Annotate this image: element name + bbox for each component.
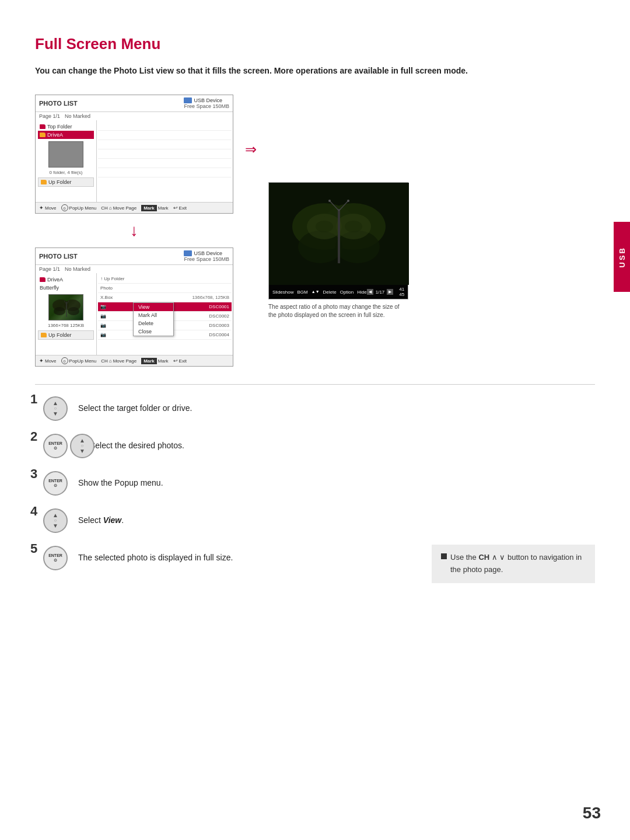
row-xbox: X.Box 1366x768, 125KB — [98, 293, 232, 302]
marked-top: No Marked — [65, 113, 90, 119]
bgm-btn[interactable]: BGM — [297, 290, 307, 295]
up-folder-icon-mid — [41, 333, 47, 337]
row-1 — [98, 121, 232, 131]
svg-point-2 — [54, 307, 65, 315]
page-num-mid: Page 1/1 — [39, 266, 60, 272]
left-panel-top: Top Folder DriveA 0 folder, 4 file(s) Up… — [36, 120, 97, 202]
svg-point-14 — [316, 221, 333, 232]
step-2-badge: 2 ENTER⊙ ▲ ○ ▼ — [35, 434, 82, 458]
dsc0002-file: DSC0002 — [209, 313, 229, 319]
usb-tab: USB — [614, 222, 630, 292]
usb-device-mid: USB Device Free Space 150MB — [184, 250, 229, 262]
row-2 — [98, 131, 232, 140]
dsc0004-file: DSC0004 — [209, 332, 229, 337]
full-photo-section: Slideshow BGM ▲▼ Delete Option Hide ◀ 1/… — [268, 182, 408, 319]
counter-value: 1/17 — [376, 290, 385, 295]
note-square-icon — [441, 553, 447, 559]
full-photo-box: Slideshow BGM ▲▼ Delete Option Hide ◀ 1/… — [268, 182, 408, 299]
row-6 — [98, 168, 232, 177]
up-folder-icon — [41, 180, 47, 184]
steps-section: 1 ▲ ○ ▼ Select the target folder or driv… — [35, 396, 595, 583]
row-photo: Photo — [98, 284, 232, 293]
row-up-folder: ↑ Up Folder — [98, 274, 232, 284]
control-bar-mid: ✦ Move ⊙ PopUp Menu CH ⌂ Move Page Mark — [36, 355, 233, 366]
xbox-file: X.Box — [100, 295, 113, 300]
usb-tab-label: USB — [618, 246, 626, 267]
butterfly-item: Butterfly — [38, 284, 94, 292]
drive-a-item-top: DriveA — [38, 131, 94, 139]
ctrl-popup-label: PopUp Menu — [69, 205, 97, 211]
photo-list-mid-title: PHOTO LIST — [39, 253, 78, 260]
step-4-text: Select View. — [78, 508, 124, 527]
photo-list-top-title: PHOTO LIST — [39, 100, 78, 107]
row-3 — [98, 140, 232, 149]
up-folder-top: Up Folder — [38, 177, 94, 187]
step-5-enter-btn: ENTER⊙ — [43, 546, 68, 570]
row-dsc0001: 📷 DSC0001 View Mark All Delete Close — [98, 302, 232, 312]
butterfly-label: Butterfly — [40, 285, 59, 291]
delete-btn[interactable]: Delete — [323, 290, 337, 295]
page-num-top: Page 1/1 — [39, 113, 60, 119]
down-arrow: ↓ — [35, 222, 233, 239]
popup-view: View — [134, 303, 173, 311]
usb-device-label-mid: USB Device — [194, 250, 222, 256]
step-4-num: 4 — [30, 504, 37, 519]
diagrams-section: PHOTO LIST USB Device Free Space 150MB P… — [35, 95, 595, 367]
h-divider — [35, 384, 595, 385]
folder-icon-mid — [40, 277, 46, 282]
ctrl-move-top: ✦ Move — [39, 205, 57, 211]
photo-controls-bar: Slideshow BGM ▲▼ Delete Option Hide ◀ 1/… — [269, 285, 408, 299]
drive-a-icon-top — [40, 133, 46, 137]
photo-list-top-body: Top Folder DriveA 0 folder, 4 file(s) Up… — [36, 120, 233, 202]
step-2-num: 2 — [30, 429, 37, 444]
ctrl-popup-icon: ⊙ — [61, 204, 68, 211]
top-folder-item: Top Folder — [38, 123, 94, 131]
top-folder-label: Top Folder — [47, 124, 72, 130]
ctrl-exit-label: Exit — [179, 205, 187, 211]
svg-point-20 — [347, 200, 349, 202]
left-diagrams: PHOTO LIST USB Device Free Space 150MB P… — [35, 95, 233, 367]
up-folder-label-mid: Up Folder — [48, 332, 72, 338]
ctrl-popup-top: ⊙ PopUp Menu — [61, 204, 97, 211]
ctrl-popup-mid: ⊙ PopUp Menu — [61, 357, 97, 364]
up-folder-label: Up Folder — [48, 179, 72, 185]
step-1-text: Select the target folder or drive. — [78, 396, 192, 414]
step-5: 5 ENTER⊙ The selected photo is displayed… — [35, 546, 408, 570]
popup-delete: Delete — [134, 319, 173, 327]
free-space-mid: Free Space 150MB — [184, 256, 229, 262]
step-3-num: 3 — [30, 466, 37, 482]
svg-point-15 — [345, 221, 362, 232]
page-info-mid: Page 1/1 No Marked — [36, 265, 233, 273]
step-3-text: Show the Popup menu. — [78, 471, 163, 489]
option-btn[interactable]: Option — [340, 290, 354, 295]
note-text: Use the CH ∧ ∨ button to navigation in t… — [450, 552, 586, 576]
enter-label-2: ENTER⊙ — [48, 441, 62, 451]
slideshow-btn[interactable]: Slideshow — [272, 290, 293, 295]
note-bullet: Use the CH ∧ ∨ button to navigation in t… — [441, 552, 586, 576]
note-box: Use the CH ∧ ∨ button to navigation in t… — [432, 545, 595, 583]
ctrl-exit-mid: ↩ Exit — [173, 358, 187, 364]
step-2-nav-btn: ▲ ○ ▼ — [70, 434, 94, 458]
photo-list-top-header: PHOTO LIST USB Device Free Space 150MB — [36, 95, 233, 112]
hide-btn[interactable]: Hide — [357, 290, 366, 295]
ctrl-ch-label: CH — [101, 205, 108, 211]
step-2-text: Select the desired photos. — [90, 434, 184, 452]
steps-right: Use the CH ∧ ∨ button to navigation in t… — [432, 396, 595, 583]
step-1-nav-btn: ▲ ○ ▼ — [43, 396, 68, 421]
page-number: 53 — [583, 804, 601, 822]
ctrl-exit-top: ↩ Exit — [173, 205, 187, 211]
steps-left: 1 ▲ ○ ▼ Select the target folder or driv… — [35, 396, 408, 583]
enter-label-3: ENTER⊙ — [48, 479, 62, 489]
intro-text: You can change the Photo List view so th… — [35, 65, 595, 77]
photo-page-counter: ◀ 1/17 ▶ 41 45 — [367, 287, 404, 297]
photo-list-top: PHOTO LIST USB Device Free Space 150MB P… — [35, 95, 233, 214]
file-count-top: 0 folder, 4 file(s) — [38, 170, 94, 175]
photo-file: Photo — [100, 285, 113, 291]
drive-a-mid: DriveA — [38, 276, 94, 284]
step-1: 1 ▲ ○ ▼ Select the target folder or driv… — [35, 396, 408, 421]
page-info-top: Page 1/1 No Marked — [36, 112, 233, 120]
step-5-text: The selected photo is displayed in full … — [78, 546, 233, 564]
ctrl-mark-mid: Mark Mark — [141, 358, 168, 364]
up-folder-mid: Up Folder — [38, 330, 94, 340]
dsc0003-file: DSC0003 — [209, 323, 229, 328]
